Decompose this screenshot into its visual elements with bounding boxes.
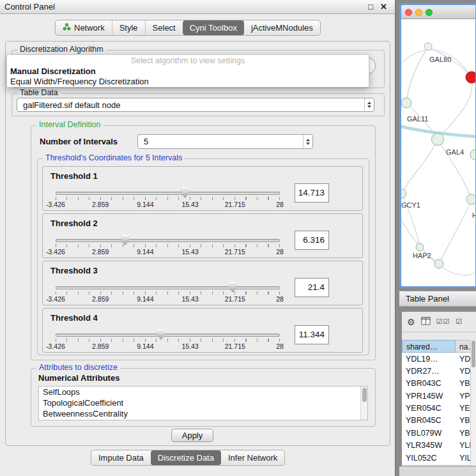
slider-track[interactable] <box>56 192 280 195</box>
table-data-combobox[interactable]: galFiltered.sif default node <box>17 98 374 112</box>
scale-label: 9.144 <box>137 201 153 208</box>
threshold-4-value-field[interactable]: 11.344 <box>295 325 329 344</box>
scale-label: 2.859 <box>92 248 109 256</box>
threshold-4-slider[interactable]: -3.426 2.859 9.144 15.43 21.715 28 <box>56 328 280 352</box>
float-window-icon[interactable]: □ <box>368 2 373 12</box>
slider-track[interactable] <box>56 239 280 242</box>
cell[interactable]: YER054C <box>402 403 456 415</box>
cell[interactable]: YBL079W <box>402 427 456 439</box>
scale-label: -3.426 <box>46 295 65 303</box>
attributes-scrollbar[interactable] <box>360 387 367 420</box>
table-row[interactable]: YDR27… YDR2 <box>402 365 476 377</box>
scrollbar-thumb[interactable] <box>472 341 475 367</box>
tab-cyni-toolbox-label: Cyni Toolbox <box>190 23 237 33</box>
cell[interactable]: YDL19… <box>402 353 456 365</box>
apply-button[interactable]: Apply <box>171 429 213 442</box>
dropdown-placeholder: Select algorithm to view settings <box>7 56 369 66</box>
list-item-betweennesscentrality[interactable]: BetweennessCentrality <box>39 408 367 419</box>
stepper-icon[interactable] <box>364 98 374 111</box>
tab-cyni-toolbox[interactable]: Cyni Toolbox <box>183 20 244 35</box>
cell[interactable]: YBR045C <box>402 415 456 427</box>
scrollbar-thumb[interactable] <box>362 388 367 402</box>
threshold-3-label: Threshold 3 <box>50 266 98 275</box>
tab-jactivemnodules[interactable]: jActiveMNodules <box>244 20 320 35</box>
threshold-1-value-field[interactable]: 14.713 <box>295 183 329 203</box>
network-canvas[interactable]: GAL80 GAL11 GAL4 GCY1 HAP2 H <box>401 19 475 286</box>
tab-infer-network-label: Infer Network <box>228 453 277 463</box>
threshold-2-value-field[interactable]: 6.316 <box>295 231 329 250</box>
table-scrollbar[interactable] <box>470 340 476 466</box>
table-rows: YDL19… YDL1 YDR27… YDR2 YBR043C YBR0 YPR… <box>402 353 476 464</box>
column-header-shared-name[interactable]: shared… <box>402 340 456 353</box>
table-data-group-title: Table Data <box>17 88 61 97</box>
cell[interactable]: YLR345W <box>402 440 456 452</box>
table-panel-titlebar: Table Panel <box>399 291 476 307</box>
checkbox-icon[interactable]: ☑ <box>456 318 463 326</box>
table-row[interactable]: YER054C YER0 <box>402 403 476 415</box>
table-row[interactable]: YLR345W YLR3 <box>402 440 476 452</box>
svg-text:GAL80: GAL80 <box>429 56 451 63</box>
gear-icon[interactable]: ⚙ <box>407 317 415 327</box>
close-icon[interactable]: ✕ <box>380 2 387 12</box>
table-header-row: shared… na… <box>402 340 476 353</box>
tab-network[interactable]: Network <box>56 20 112 35</box>
tab-impute-data[interactable]: Impute Data <box>91 450 151 465</box>
threshold-1-slider[interactable]: -3.426 2.859 9.144 15.43 21.715 28 <box>56 186 280 210</box>
numerical-attributes-list: SelfLoops TopologicalCoefficient Between… <box>38 386 368 420</box>
tab-style[interactable]: Style <box>112 20 145 35</box>
columns-icon[interactable] <box>421 316 431 328</box>
list-item-selfloops[interactable]: SelfLoops <box>39 387 367 397</box>
node-gcy1 <box>401 189 406 198</box>
number-of-intervals-combobox[interactable]: 5 <box>137 134 313 149</box>
threshold-3-value-field[interactable]: 21.4 <box>295 278 329 297</box>
table-row[interactable]: YDL19… YDL1 <box>402 353 476 365</box>
scale-label: -3.426 <box>46 342 65 350</box>
cell[interactable]: YDR27… <box>402 365 456 377</box>
threshold-panel-4: Threshold 4 11.344 -3.426 2.859 9.144 15… <box>42 308 363 353</box>
tab-select-label: Select <box>153 23 176 33</box>
node <box>424 43 432 50</box>
zoom-button[interactable] <box>426 9 433 16</box>
cell[interactable]: YPR145W <box>402 390 456 402</box>
network-window: GAL80 GAL11 GAL4 GCY1 HAP2 H <box>399 3 476 288</box>
select-rows-icon[interactable]: ☑☑ <box>436 318 450 326</box>
tab-discretize-data[interactable]: Discretize Data <box>151 450 221 465</box>
table-panel-title: Table Panel <box>399 291 476 303</box>
slider-track[interactable] <box>56 334 280 337</box>
stepper-icon[interactable] <box>303 135 312 148</box>
threshold-2-slider[interactable]: -3.426 2.859 9.144 15.43 21.715 28 <box>56 233 280 257</box>
control-panel-title: Control Panel <box>4 2 55 12</box>
scale-label: 2.859 <box>92 342 109 350</box>
slider-track[interactable] <box>56 286 280 289</box>
attributes-group-title: Attributes to discretize <box>36 363 120 372</box>
table-row[interactable]: YBL079W YBL0 <box>402 427 476 439</box>
tab-infer-network[interactable]: Infer Network <box>221 450 284 465</box>
dropdown-option-equal-width-frequency[interactable]: Equal Width/Frequency Discretization <box>7 77 369 87</box>
scale-label: -3.426 <box>46 201 65 208</box>
slider-ticks <box>56 244 280 247</box>
control-panel: Control Panel □ ✕ Network <box>0 0 395 476</box>
table-toolbar: ⚙ ☑☑ ☑ <box>402 312 476 332</box>
svg-text:GCY1: GCY1 <box>401 201 420 209</box>
node-hap2 <box>416 243 424 251</box>
numerical-attributes-label: Numerical Attributes <box>38 373 119 383</box>
dropdown-option-manual-discretization[interactable]: Manual Discretization <box>7 66 369 77</box>
cell[interactable]: YIL052C <box>402 452 456 464</box>
slider-ticks <box>56 339 280 342</box>
cell[interactable]: YBR043C <box>402 378 456 390</box>
table-row[interactable]: YBR043C YBR0 <box>402 378 476 390</box>
svg-text:H: H <box>472 211 475 219</box>
table-row[interactable]: YIL052C YIL0 <box>402 452 476 464</box>
close-button[interactable] <box>405 9 412 16</box>
tab-select[interactable]: Select <box>145 20 183 35</box>
scale-label: 21.715 <box>225 248 245 256</box>
node-h <box>466 194 475 204</box>
scale-label: 28 <box>276 201 284 208</box>
minimize-button[interactable] <box>415 9 422 16</box>
number-of-intervals-label: Number of Intervals <box>40 137 118 146</box>
table-row[interactable]: YPR145W YPR1 <box>402 390 476 402</box>
node-labels: GAL80 GAL11 GAL4 GCY1 HAP2 H <box>401 56 475 259</box>
list-item-topologicalcoefficient[interactable]: TopologicalCoefficient <box>39 397 367 408</box>
threshold-3-slider[interactable]: -3.426 2.859 9.144 15.43 21.715 28 <box>56 280 280 305</box>
table-row[interactable]: YBR045C YBR0 <box>402 415 476 427</box>
